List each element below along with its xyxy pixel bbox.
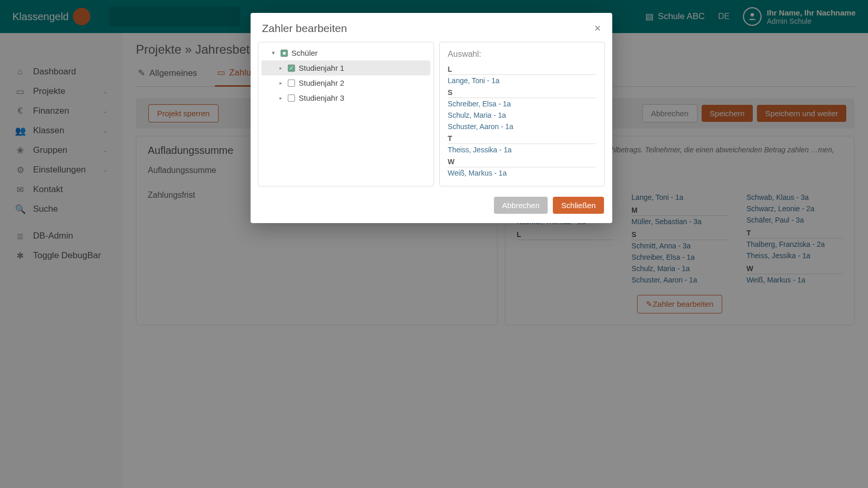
selection-item[interactable]: Theiss, Jessika - 1a (448, 144, 596, 155)
selection-item[interactable]: Schulz, Maria - 1a (448, 109, 596, 121)
selection-panel: Auswahl: LLange, Toni - 1aSSchreiber, El… (439, 42, 605, 186)
checkbox-icon[interactable] (288, 95, 295, 102)
selection-group-header: W (448, 158, 596, 167)
modal-close-button[interactable]: Schließen (553, 197, 604, 214)
tree-label: Schüler (291, 49, 318, 57)
selection-group-header: T (448, 134, 596, 144)
checkbox-icon[interactable] (288, 80, 295, 87)
tree-node[interactable]: ▸Studienjahr 2 (261, 75, 430, 90)
selection-group-header: L (448, 65, 596, 75)
modal-title: Zahler bearbeiten (262, 22, 347, 35)
modal-cancel-button[interactable]: Abbrechen (494, 197, 548, 214)
tree-node[interactable]: ▼■Schüler (261, 45, 430, 60)
tree-panel: ▼■Schüler▸✓Studienjahr 1▸Studienjahr 2▸S… (258, 42, 434, 186)
selection-item[interactable]: Schuster, Aaron - 1a (448, 121, 596, 132)
tree-label: Studienjahr 1 (299, 64, 344, 72)
checkbox-icon[interactable]: ✓ (288, 65, 295, 72)
tree-label: Studienjahr 2 (299, 78, 344, 87)
selection-item[interactable]: Schreiber, Elsa - 1a (448, 98, 596, 109)
tree-node[interactable]: ▸✓Studienjahr 1 (261, 60, 430, 75)
checkbox-icon[interactable]: ■ (281, 50, 288, 57)
modal-edit-payers: Zahler bearbeiten × ▼■Schüler▸✓Studienja… (251, 13, 612, 223)
tree-twisty-icon[interactable]: ▸ (277, 95, 284, 101)
tree-node[interactable]: ▸Studienjahr 3 (261, 90, 430, 105)
selection-item[interactable]: Lange, Toni - 1a (448, 75, 596, 86)
tree-twisty-icon[interactable]: ▸ (277, 65, 284, 71)
selection-group-header: S (448, 88, 596, 98)
selection-item[interactable]: Weiß, Markus - 1a (448, 167, 596, 179)
tree-twisty-icon[interactable]: ▼ (270, 50, 277, 56)
modal-close-icon[interactable]: × (594, 23, 601, 34)
selection-heading: Auswahl: (440, 42, 605, 63)
tree-twisty-icon[interactable]: ▸ (277, 80, 284, 86)
tree-label: Studienjahr 3 (299, 93, 344, 102)
